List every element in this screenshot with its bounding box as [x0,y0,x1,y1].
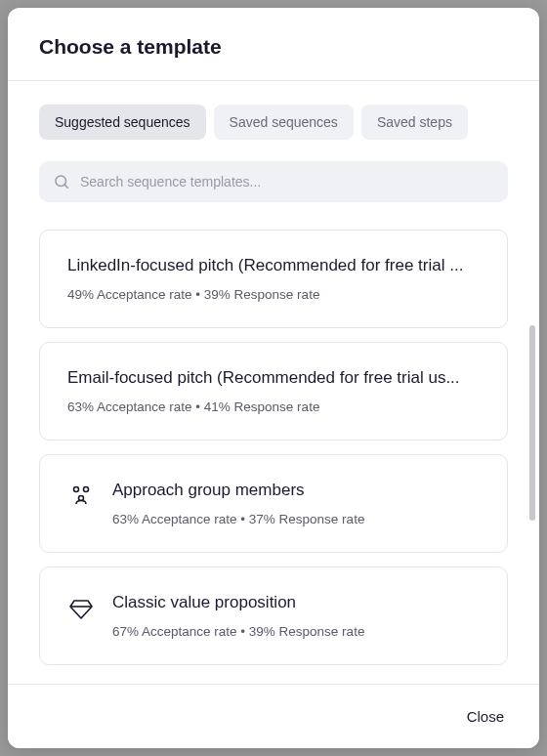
template-content: Approach group members 63% Acceptance ra… [112,481,480,526]
template-card[interactable]: Approach group members 63% Acceptance ra… [39,454,508,553]
search-icon [53,173,70,190]
tab-suggested-sequences[interactable]: Suggested sequences [39,105,206,140]
search-wrapper [39,161,508,202]
search-input[interactable] [39,161,508,202]
svg-line-1 [64,185,68,189]
diamond-icon [67,595,95,622]
svg-point-0 [56,176,66,187]
tab-saved-sequences[interactable]: Saved sequences [214,105,354,140]
template-title: Approach group members [112,481,480,500]
modal-body: Suggested sequences Saved sequences Save… [8,81,539,684]
template-title: Classic value proposition [112,593,480,612]
template-modal: Choose a template Suggested sequences Sa… [8,8,539,748]
template-card[interactable]: Email-focused pitch (Recommended for fre… [39,342,508,441]
svg-point-2 [74,487,79,492]
template-stats: 63% Acceptance rate • 37% Response rate [112,512,480,526]
template-card[interactable]: LinkedIn-focused pitch (Recommended for … [39,230,508,328]
template-stats: 63% Acceptance rate • 41% Response rate [67,399,480,414]
group-icon [67,483,95,510]
tab-saved-steps[interactable]: Saved steps [361,105,468,140]
modal-title: Choose a template [39,35,508,59]
scrollbar-thumb[interactable] [529,325,535,521]
template-card[interactable]: Classic value proposition 67% Acceptance… [39,567,508,665]
template-stats: 67% Acceptance rate • 39% Response rate [112,624,480,639]
modal-header: Choose a template [8,8,539,81]
template-stats: 49% Acceptance rate • 39% Response rate [67,287,480,302]
svg-point-3 [84,487,89,492]
modal-footer: Close [8,684,539,748]
template-title: LinkedIn-focused pitch (Recommended for … [67,256,480,275]
template-list: LinkedIn-focused pitch (Recommended for … [39,230,508,684]
template-title: Email-focused pitch (Recommended for fre… [67,368,480,388]
close-button[interactable]: Close [463,702,508,731]
template-content: Classic value proposition 67% Acceptance… [112,593,480,639]
tabs-row: Suggested sequences Saved sequences Save… [39,105,508,140]
